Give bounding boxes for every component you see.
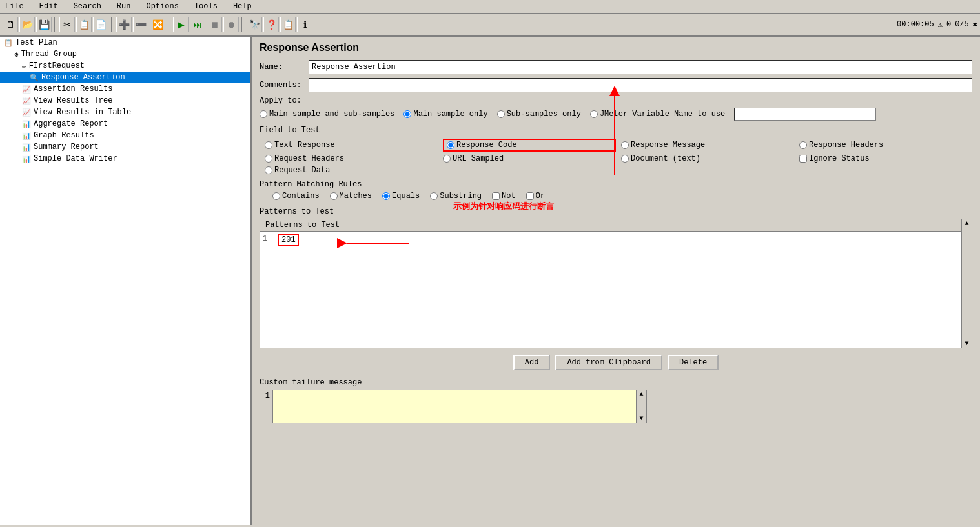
- scroll-up-arrow[interactable]: ▲: [963, 220, 971, 227]
- field-response-headers[interactable]: Response Headers: [799, 139, 972, 152]
- field-response-message-radio[interactable]: [621, 141, 629, 149]
- custom-scroll-up[interactable]: ▲: [637, 391, 646, 398]
- tree-item-aggregate-report[interactable]: 📊 Aggregate Report: [0, 118, 250, 130]
- menu-file[interactable]: File: [3, 1, 26, 12]
- apply-main-sub-radio[interactable]: [260, 110, 267, 118]
- field-request-headers-radio[interactable]: [265, 155, 272, 163]
- toolbar-clear[interactable]: 🔀: [150, 17, 165, 32]
- field-response-headers-radio[interactable]: [799, 141, 807, 149]
- toolbar-copy[interactable]: 📋: [76, 17, 92, 32]
- apply-to-label: Apply to:: [260, 96, 972, 105]
- tree-item-summary-report[interactable]: 📊 Summary Report: [0, 141, 250, 153]
- tree-item-test-plan[interactable]: 📋 Test Plan: [0, 37, 250, 48]
- apply-main-sub[interactable]: Main sample and sub-samples: [260, 110, 394, 119]
- toolbar-open[interactable]: 📂: [19, 17, 35, 32]
- toolbar-list[interactable]: 📋: [280, 17, 296, 32]
- add-button[interactable]: Add: [513, 355, 551, 370]
- pattern-substring[interactable]: Substring: [430, 192, 482, 201]
- menu-search[interactable]: Search: [71, 1, 104, 12]
- comments-input[interactable]: [309, 78, 972, 92]
- pattern-matches-radio[interactable]: [330, 192, 338, 200]
- field-url-sampled[interactable]: URL Sampled: [443, 154, 616, 163]
- patterns-table: Patterns to Test 1 201: [260, 219, 972, 348]
- toolbar-run[interactable]: ▶: [173, 17, 189, 32]
- pattern-contains-radio[interactable]: [272, 192, 280, 200]
- tree-item-simple-data-writer[interactable]: 📊 Simple Data Writer: [0, 153, 250, 164]
- tree-item-first-request[interactable]: ✏ FIrstRequest: [0, 60, 250, 72]
- toolbar-remove[interactable]: ➖: [133, 17, 148, 32]
- scroll-down-arrow[interactable]: ▼: [963, 340, 971, 347]
- toolbar-save[interactable]: 💾: [36, 17, 52, 32]
- pattern-or[interactable]: Or: [526, 192, 545, 201]
- name-input[interactable]: [309, 60, 972, 74]
- toolbar-stop[interactable]: ⏹: [207, 17, 222, 32]
- field-text-response[interactable]: Text Response: [265, 139, 438, 152]
- menu-help[interactable]: Help: [230, 1, 254, 12]
- field-request-data-radio[interactable]: [265, 166, 272, 174]
- field-text-response-radio[interactable]: [265, 141, 272, 149]
- pattern-or-checkbox[interactable]: [526, 192, 534, 200]
- toolbar: 🗒 📂 💾 ✂ 📋 📄 ➕ ➖ 🔀 ▶ ⏭ ⏹ ⏺ 🔭 ❓ 📋 ℹ 00:00:…: [0, 14, 980, 37]
- patterns-scrollbar[interactable]: ▲ ▼: [961, 219, 972, 348]
- tree-item-thread-group[interactable]: ⚙ Thread Group: [0, 48, 250, 60]
- toolbar-cut[interactable]: ✂: [59, 17, 75, 32]
- tree-item-response-assertion[interactable]: 🔍 Response Assertion: [0, 72, 250, 83]
- field-request-data[interactable]: Request Data: [265, 166, 438, 175]
- toolbar-run-no-pause[interactable]: ⏭: [190, 17, 205, 32]
- test-plan-icon: 📋: [4, 39, 13, 47]
- apply-main-only-radio[interactable]: [403, 110, 411, 118]
- add-clipboard-button[interactable]: Add from Clipboard: [555, 355, 662, 370]
- pattern-contains[interactable]: Contains: [272, 192, 320, 201]
- field-response-code[interactable]: Response Code: [443, 139, 616, 152]
- field-ignore-status-checkbox[interactable]: [799, 155, 807, 163]
- toolbar-info[interactable]: ℹ: [297, 17, 312, 32]
- field-ignore-status[interactable]: Ignore Status: [799, 154, 972, 163]
- field-response-code-radio[interactable]: [447, 141, 454, 149]
- toolbar-paste[interactable]: 📄: [93, 17, 108, 32]
- tree-item-graph-results[interactable]: 📊 Graph Results: [0, 130, 250, 141]
- custom-scroll-down[interactable]: ▼: [637, 415, 646, 422]
- toolbar-sep4: [241, 17, 244, 32]
- apply-main-sub-label: Main sample and sub-samples: [269, 110, 394, 119]
- apply-to-section: Apply to: Main sample and sub-samples Ma…: [260, 96, 972, 121]
- menu-tools[interactable]: Tools: [192, 1, 220, 12]
- menu-edit[interactable]: Edit: [37, 1, 61, 12]
- pattern-equals-radio[interactable]: [382, 192, 390, 200]
- apply-jmeter-var-radio[interactable]: [590, 110, 598, 118]
- toolbar-new[interactable]: 🗒: [3, 17, 18, 32]
- field-request-headers[interactable]: Request Headers: [265, 154, 438, 163]
- patterns-table-body: 1 201: [260, 232, 972, 348]
- apply-jmeter-var[interactable]: JMeter Variable Name to use: [590, 110, 725, 119]
- field-document-text[interactable]: Document (text): [621, 154, 794, 163]
- toolbar-help2[interactable]: ❓: [263, 17, 279, 32]
- pattern-matches[interactable]: Matches: [330, 192, 372, 201]
- toolbar-status: 00:00:05 ⚠ 0 0/5 ✖: [897, 20, 977, 30]
- tree-item-assertion-results[interactable]: 📈 Assertion Results: [0, 83, 250, 95]
- tree-item-view-results-table[interactable]: 📈 View Results in Table: [0, 106, 250, 118]
- menu-run[interactable]: Run: [114, 1, 134, 12]
- menu-options[interactable]: Options: [143, 1, 181, 12]
- pattern-not[interactable]: Not: [492, 192, 516, 201]
- tree-item-label: Summary Report: [34, 143, 99, 152]
- menu-bar: File Edit Search Run Options Tools Help: [0, 0, 980, 14]
- toolbar-shutdown[interactable]: ⏺: [223, 17, 239, 32]
- apply-sub-only-radio[interactable]: [497, 110, 505, 118]
- apply-main-only[interactable]: Main sample only: [403, 110, 487, 119]
- jmeter-var-input[interactable]: [734, 108, 876, 121]
- custom-failure-scrollbar[interactable]: ▲ ▼: [636, 390, 646, 423]
- pattern-not-checkbox[interactable]: [492, 192, 500, 200]
- toolbar-binoculars[interactable]: 🔭: [247, 17, 262, 32]
- apply-sub-only[interactable]: Sub-samples only: [497, 110, 581, 119]
- toolbar-add[interactable]: ➕: [116, 17, 132, 32]
- pattern-equals[interactable]: Equals: [382, 192, 420, 201]
- custom-failure-input[interactable]: [273, 390, 636, 423]
- tree-item-view-results-tree[interactable]: 📈 View Results Tree: [0, 95, 250, 106]
- pattern-substring-radio[interactable]: [430, 192, 438, 200]
- delete-button[interactable]: Delete: [668, 355, 719, 370]
- field-url-sampled-radio[interactable]: [443, 155, 451, 163]
- view-results-tree-icon: 📈: [22, 97, 31, 105]
- patterns-to-test-label: Patterns to Test: [260, 207, 334, 216]
- field-document-text-radio[interactable]: [621, 155, 629, 163]
- field-response-message[interactable]: Response Message: [621, 139, 794, 152]
- tree-item-label: Assertion Results: [34, 85, 112, 94]
